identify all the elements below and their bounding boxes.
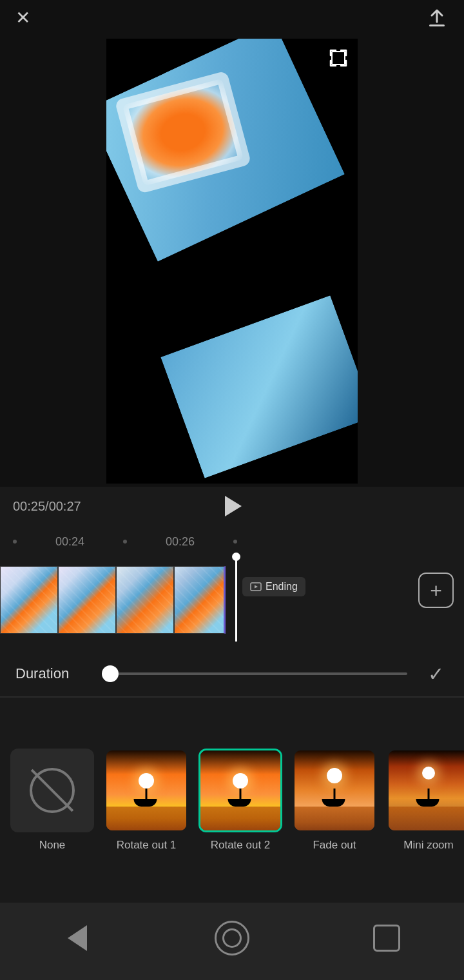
home-icon-inner [222,928,242,948]
close-button[interactable]: ✕ [15,7,30,28]
ending-badge: Ending [242,577,305,596]
effect-fade-out-thumb [293,749,376,832]
effect-mini-zoom-thumb [387,749,464,832]
add-icon: + [430,580,442,601]
timeline-marker-2: 00:26 [166,535,195,549]
play-button[interactable] [218,492,246,520]
upload-button[interactable] [425,6,449,30]
time-display: 00:25/00:27 [13,499,103,514]
effect-none-label: None [39,839,66,852]
timeline-markers: 00:24 00:26 [13,535,451,549]
nav-back-button[interactable] [58,919,97,957]
effect-rotate-out-1-thumb [104,749,188,832]
video-frame-1 [106,39,345,261]
video-frame-2 [160,295,358,478]
effect-rotate-out-1[interactable]: Rotate out 1 [104,749,188,852]
filmstrip [0,566,226,634]
timeline-marker-1: 00:24 [55,535,84,549]
effect-rotate-out-2-label: Rotate out 2 [211,839,271,852]
duration-slider-thumb[interactable] [102,665,119,682]
effect-rotate-out-2-thumb [198,749,282,832]
home-icon [215,921,249,956]
checkmark-button[interactable]: ✓ [423,661,449,687]
timeline-dot-2 [123,540,127,544]
filmstrip-frame-2[interactable] [58,566,116,634]
effect-none[interactable]: None [10,749,94,852]
play-icon [225,496,242,516]
svg-rect-1 [332,52,345,64]
duration-area: Duration ✓ [0,651,464,696]
video-preview [0,35,464,487]
playhead [235,558,237,642]
fullscreen-button[interactable] [327,46,350,70]
nav-home-button[interactable] [213,919,251,957]
timeline: 00:24 00:26 [0,525,464,558]
top-bar: ✕ [0,0,464,35]
current-time: 00:25 [13,499,45,513]
square-icon [373,925,400,952]
filmstrip-frame-4[interactable] [174,566,226,634]
back-icon [68,925,87,951]
nav-square-button[interactable] [367,919,406,957]
bottom-nav [0,903,464,980]
checkmark-icon: ✓ [428,663,444,685]
timeline-dot-3 [233,540,237,544]
svg-rect-0 [429,24,445,26]
effect-mini-zoom-label: Mini zoom [403,839,453,852]
timeline-dot [13,540,17,544]
filmstrip-area [0,558,464,642]
duration-slider-track[interactable] [102,672,407,675]
effect-rotate-out-1-label: Rotate out 1 [117,839,177,852]
effect-rotate-out-2[interactable]: Rotate out 2 [198,749,282,852]
effect-none-thumb [10,749,94,832]
add-button[interactable]: + [418,573,454,608]
playback-controls: 00:25/00:27 [0,487,464,525]
effect-mini-zoom[interactable]: Mini zoom [387,749,464,852]
filmstrip-frame-3[interactable] [116,566,174,634]
effect-fade-out-label: Fade out [313,839,356,852]
video-canvas [106,39,358,484]
filmstrip-frame-1[interactable] [0,566,58,634]
no-icon [30,768,75,813]
duration-label: Duration [15,665,86,682]
total-time: 00:27 [49,499,81,513]
effects-strip: None Rotate out 1 Rotate out 2 [0,698,464,903]
ending-label: Ending [266,581,298,593]
effect-fade-out[interactable]: Fade out [293,749,376,852]
